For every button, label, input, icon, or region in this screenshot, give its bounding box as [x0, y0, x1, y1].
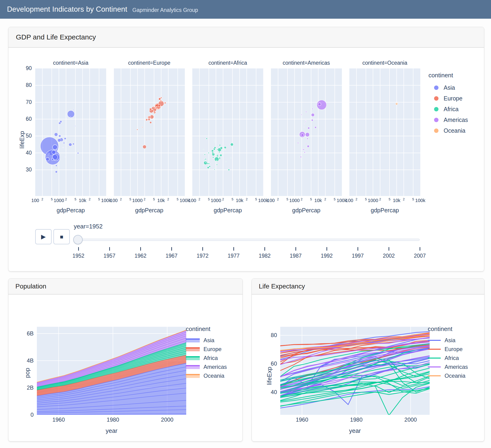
- scatter-panel-Africa[interactable]: [192, 68, 263, 196]
- legend-label: Asia: [204, 337, 215, 344]
- legend-item-Africa[interactable]: Africa: [428, 354, 468, 362]
- legend-swatch-icon: [434, 128, 438, 133]
- play-icon: ▶: [41, 233, 46, 240]
- facet-title-Europe: continent=Europe: [114, 60, 185, 66]
- x-tick-label: 2: [379, 197, 381, 201]
- legend-swatch-icon: [434, 107, 438, 111]
- legend-swatch-icon: [428, 349, 441, 350]
- x-axis-title-Europe: gdpPercap: [114, 207, 185, 214]
- x-tick-label: 5: [365, 197, 367, 201]
- year-slider-track[interactable]: [78, 239, 420, 241]
- legend-item-Africa[interactable]: Africa: [428, 104, 468, 115]
- population-plot[interactable]: [37, 327, 186, 415]
- y-tick-label: 70: [18, 99, 32, 105]
- legend-label: Oceania: [444, 127, 465, 134]
- scatter-legend: continent AsiaEuropeAfricaAmericasOceani…: [428, 72, 468, 136]
- x-tick-label: 2: [42, 197, 43, 201]
- x-tick-label: 1000: [289, 198, 300, 203]
- legend-swatch-icon: [186, 365, 200, 369]
- slider-tick: [202, 247, 203, 251]
- lifeexp-y-axis-title: lifeExp: [266, 367, 273, 385]
- legend-swatch-icon: [434, 96, 438, 101]
- x-tick-label: 10k: [236, 198, 243, 203]
- legend-item-Oceania[interactable]: Oceania: [428, 125, 468, 136]
- legend-item-Europe[interactable]: Europe: [186, 345, 227, 354]
- lifeexp-legend-title: continent: [428, 325, 468, 333]
- x-tick-label: 5: [232, 197, 233, 201]
- legend-label: Asia: [444, 337, 455, 344]
- y-tick-label: 6B: [18, 330, 34, 337]
- y-tick-label: 30: [18, 166, 32, 173]
- legend-label: Americas: [444, 117, 468, 123]
- legend-item-Asia[interactable]: Asia: [186, 336, 227, 345]
- scatter-legend-title: continent: [428, 72, 468, 79]
- x-tick-label: 2000: [153, 417, 181, 423]
- x-tick-label: 5: [75, 197, 76, 201]
- legend-item-Asia[interactable]: Asia: [428, 82, 468, 93]
- legend-item-Oceania[interactable]: Oceania: [186, 371, 227, 380]
- x-tick-label: 5: [129, 197, 131, 201]
- legend-item-Europe[interactable]: Europe: [428, 93, 468, 104]
- legend-label: Oceania: [204, 372, 224, 379]
- x-axis-title-Americas: gdpPercap: [271, 207, 342, 214]
- x-tick-label: 100: [267, 198, 275, 203]
- legend-label: Asia: [444, 84, 455, 91]
- x-tick-label: 1000: [54, 198, 64, 203]
- legend-label: Africa: [444, 106, 459, 113]
- legend-item-Europe[interactable]: Europe: [428, 345, 468, 354]
- scatter-panel-Asia[interactable]: [35, 68, 106, 196]
- x-tick-label: 1980: [99, 417, 127, 423]
- slider-tick: [264, 247, 265, 251]
- facet-title-Africa: continent=Africa: [192, 60, 263, 66]
- slider-tick: [140, 247, 141, 251]
- slider-tick-label: 1967: [159, 253, 184, 259]
- y-tick-label: 60: [18, 116, 32, 122]
- legend-item-Oceania[interactable]: Oceania: [428, 371, 468, 380]
- scatter-panel-Europe[interactable]: [114, 68, 185, 196]
- x-tick-label: 2: [356, 197, 358, 201]
- slider-tick: [388, 247, 389, 251]
- x-tick-label: 2: [324, 197, 326, 201]
- legend-label: Europe: [444, 346, 463, 352]
- x-tick-label: 2: [143, 197, 145, 201]
- x-tick-label: 2: [222, 197, 224, 201]
- slider-tick-label: 1992: [314, 253, 340, 259]
- slider-tick-label: 2002: [376, 253, 402, 259]
- slider-tick-label: 1987: [283, 253, 309, 259]
- population-card-title: Population: [15, 283, 46, 290]
- play-button[interactable]: ▶: [35, 229, 52, 244]
- lifeexp-card-title: Life Expectancy: [259, 283, 305, 290]
- legend-item-Asia[interactable]: Asia: [428, 336, 468, 345]
- lifeexp-plot[interactable]: [280, 327, 430, 415]
- x-tick-label: 10k: [393, 198, 400, 203]
- x-tick-label: 2: [89, 197, 91, 201]
- gdp-lifeexp-card-header: GDP and Life Expectancy: [8, 27, 484, 48]
- app-title: Development Indicators by Continent: [7, 5, 127, 14]
- scatter-panel-Americas[interactable]: [271, 68, 342, 196]
- x-tick-label: 2: [403, 197, 405, 201]
- legend-item-Americas[interactable]: Americas: [186, 362, 227, 371]
- x-tick-label: 2000: [397, 417, 425, 423]
- scatter-panel-Oceania[interactable]: [349, 68, 420, 196]
- x-tick-label: 5: [255, 197, 257, 201]
- stop-button[interactable]: ■: [53, 229, 70, 244]
- x-tick-label: 100k: [415, 198, 425, 203]
- x-tick-label: 1000: [132, 198, 143, 203]
- y-tick-label: 4B: [18, 357, 34, 364]
- legend-item-Americas[interactable]: Americas: [428, 115, 468, 125]
- facet-title-Americas: continent=Americas: [271, 60, 342, 66]
- y-tick-label: 80: [18, 82, 32, 88]
- legend-item-Americas[interactable]: Americas: [428, 362, 468, 371]
- x-tick-labels-Europe: 1002510002510k25100k: [114, 197, 185, 204]
- slider-tick: [109, 247, 110, 251]
- slider-tick-label: 1997: [345, 253, 371, 259]
- slider-tick-label: 1957: [97, 253, 122, 259]
- year-slider-handle[interactable]: [73, 235, 83, 244]
- slider-tick-label: 2007: [407, 253, 433, 259]
- legend-label: Europe: [444, 95, 463, 102]
- x-tick-label: 2: [198, 197, 200, 201]
- y-tick-label: 40: [18, 150, 32, 156]
- app-header: Development Indicators by Continent Gapm…: [0, 0, 491, 19]
- legend-item-Africa[interactable]: Africa: [186, 354, 227, 362]
- stop-icon: ■: [60, 234, 64, 240]
